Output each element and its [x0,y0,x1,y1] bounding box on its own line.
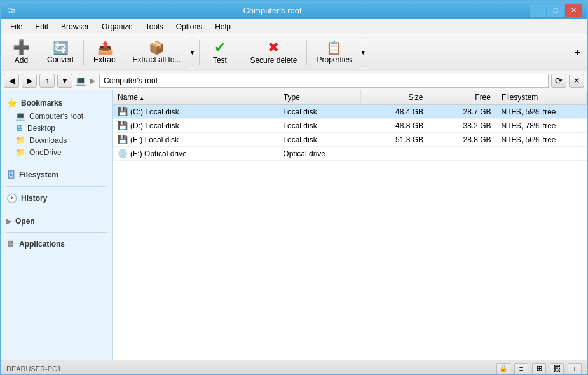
filesystem-header[interactable]: 🗄 Filesystem [1,168,112,182]
table-row[interactable]: 💾(D:) Local diskLocal disk48.8 GB38.2 GB… [113,119,587,133]
open-section: ▶ Open [1,213,112,229]
col-header-free[interactable]: Free [428,90,496,105]
cell-type: Local disk [278,105,360,119]
cell-free: 28.7 GB [428,105,496,119]
sidebar-div-2 [6,186,107,187]
sidebar-div-4 [6,232,107,233]
add-button[interactable]: ➕ Add [4,37,39,69]
title-bar: 🗂 Computer's root – □ ✕ [1,1,587,19]
cell-type: Optical drive [278,147,360,161]
extract-all-dropdown[interactable]: ▼ [188,37,196,69]
toolbar-sep-1 [83,40,84,65]
downloads-label: Downloads [29,136,67,145]
add-label: Add [15,56,28,65]
secure-delete-label: Secure delete [250,56,297,65]
applications-section: 🖥 Applications [1,235,112,253]
cell-size: 51.3 GB [360,133,428,147]
breadcrumb-computer[interactable]: 💻 [75,76,86,86]
filesystem-label: Filesystem [19,170,58,179]
menu-browser[interactable]: Browser [55,19,95,34]
breadcrumb-separator: ▶ [90,76,95,85]
cell-type: Local disk [278,133,360,147]
extract-icon: 📤 [97,41,113,54]
cell-filesystem: NTFS, 56% free [496,133,586,147]
forward-button[interactable]: ▶ [22,74,37,88]
secure-delete-icon: ✖ [268,41,279,55]
applications-header[interactable]: 🖥 Applications [1,237,112,251]
preview-view-button[interactable]: 🖼 [550,363,564,374]
history-label: History [21,194,47,203]
address-input[interactable] [99,74,549,88]
bookmarks-header[interactable]: ⭐ Bookmarks [1,96,112,110]
convert-icon: 🔄 [53,41,69,54]
lock-icon-button[interactable]: 🔒 [496,363,510,374]
table-row[interactable]: 💿(F:) Optical driveOptical drive [113,147,587,161]
menu-help[interactable]: Help [209,19,237,34]
sidebar-item-downloads[interactable]: 📁 Downloads [1,134,112,146]
open-header[interactable]: ▶ Open [1,215,112,228]
menu-options[interactable]: Options [170,19,209,34]
table-row[interactable]: 💾(E:) Local diskLocal disk51.3 GB28.8 GB… [113,133,587,147]
col-header-type[interactable]: Type [278,90,360,105]
table-row[interactable]: 💾(C:) Local diskLocal disk48.4 GB28.7 GB… [113,105,587,119]
minimize-button[interactable]: – [530,4,546,17]
maximize-button[interactable]: □ [547,4,564,17]
refresh-button[interactable]: ⟳ [551,74,566,88]
history-icon: 🕐 [6,193,17,203]
properties-group: 📋 Properties ▼ [310,37,367,69]
sidebar-item-onedrive[interactable]: 📁 OneDrive [1,146,112,158]
sidebar-item-desktop[interactable]: 🖥 Desktop [1,122,112,134]
back-button[interactable]: ◀ [4,74,19,88]
extract-all-icon: 📦 [149,41,165,54]
properties-icon: 📋 [326,41,342,54]
sidebar-div-1 [6,163,107,163]
menu-edit[interactable]: Edit [29,19,55,34]
cell-free: 28.8 GB [428,133,496,147]
properties-label: Properties [317,55,352,64]
address-close-button[interactable]: ✕ [569,74,584,88]
menu-tools[interactable]: Tools [139,19,170,34]
grid-view-button[interactable]: ⊞ [532,363,546,374]
history-section: 🕐 History [1,189,112,207]
cell-size [360,147,428,161]
col-header-filesystem[interactable]: Filesystem [496,90,586,105]
sidebar-item-computers-root[interactable]: 💻 Computer's root [1,110,112,122]
status-icons: 🔒 ≡ ⊞ 🖼 + [496,363,582,374]
add-icon: ➕ [13,41,30,55]
file-table: Name Type Size Free Filesystem 💾(C:) Loc… [113,90,587,161]
secure-delete-button[interactable]: ✖ Secure delete [243,37,304,69]
cell-filesystem: NTFS, 78% free [496,119,586,133]
computers-root-label: Computer's root [29,112,83,121]
test-label: Test [213,56,227,65]
list-view-button[interactable]: ≡ [514,363,528,374]
cell-name: 💾(E:) Local disk [113,133,278,147]
status-bar: DEARUSER-PC1 🔒 ≡ ⊞ 🖼 + [1,360,587,375]
col-header-size[interactable]: Size [360,90,428,105]
close-button[interactable]: ✕ [565,4,582,17]
properties-button[interactable]: 📋 Properties [310,37,359,69]
toolbar-sep-4 [306,40,307,65]
cell-name: 💾(D:) Local disk [113,119,278,133]
properties-dropdown[interactable]: ▼ [359,37,367,69]
window-title: Computer's root [15,6,530,15]
history-header[interactable]: 🕐 History [1,191,112,205]
window-controls: – □ ✕ [530,4,582,17]
up-button[interactable]: ↑ [39,74,55,88]
convert-button[interactable]: 🔄 Convert [40,37,81,69]
extract-button[interactable]: 📤 Extract [86,37,124,69]
status-add-button[interactable]: + [568,363,582,374]
extract-all-button[interactable]: 📦 Extract all to... [125,37,188,69]
path-dropdown-button[interactable]: ▼ [57,74,72,88]
onedrive-label: OneDrive [29,148,62,157]
downloads-folder-icon: 📁 [15,135,25,145]
cell-filesystem: NTFS, 59% free [496,105,586,119]
cell-name: 💿(F:) Optical drive [113,147,278,161]
test-button[interactable]: ✔ Test [202,37,237,69]
toolbar-overflow[interactable]: + [571,47,584,58]
filesystem-section: 🗄 Filesystem [1,166,112,184]
col-header-name[interactable]: Name [113,90,278,105]
sidebar-div-3 [6,210,107,210]
test-icon: ✔ [214,41,226,55]
menu-organize[interactable]: Organize [95,19,139,34]
menu-file[interactable]: File [4,19,29,34]
